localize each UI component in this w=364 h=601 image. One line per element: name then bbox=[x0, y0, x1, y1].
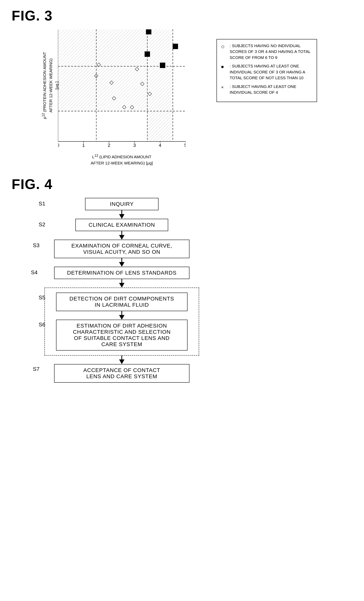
arrow-1 bbox=[35, 210, 209, 219]
s6-step: S6 ESTIMATION OF DIRT ADHESIONCHARACTERI… bbox=[50, 320, 193, 351]
s4-box: DETERMINATION OF LENS STANDARDS bbox=[54, 267, 190, 279]
fig4-title: FIG. 4 bbox=[12, 176, 352, 192]
s3-text: EXAMINATION OF CORNEAL CURVE,VISUAL ACUI… bbox=[71, 243, 172, 255]
arrowhead-4 bbox=[119, 283, 124, 288]
svg-text:3: 3 bbox=[133, 143, 136, 148]
legend-square-text: : SUBJECTS HAVING AT LEAST ONE INDIVIDUA… bbox=[230, 63, 312, 81]
arrow-full-6 bbox=[119, 356, 124, 364]
arrow-full-5 bbox=[119, 311, 124, 320]
svg-text:1: 1 bbox=[82, 143, 85, 148]
s2-label: S2 bbox=[39, 221, 45, 228]
shaft-2 bbox=[121, 231, 122, 235]
s6-label: S6 bbox=[39, 321, 45, 328]
shaft-1 bbox=[121, 210, 122, 214]
svg-rect-7 bbox=[147, 111, 173, 141]
s5-step: S5 DETECTION OF DIRT COMMPONENTSIN LACRI… bbox=[50, 293, 193, 311]
fig3-section: FIG. 3 p12 (PROTEIN ADHESION AMOUNTAFTER… bbox=[12, 8, 352, 161]
svg-text:◇: ◇ bbox=[140, 80, 144, 86]
arrow-full-4 bbox=[119, 279, 124, 288]
arrowhead-1 bbox=[119, 214, 124, 219]
y-axis-title: p12 (PROTEIN ADHESION AMOUNTAFTER 12-WEE… bbox=[42, 52, 59, 119]
legend-diamond-text: : SUBJECTS HAVING NO INDIVIDUAL SCORES O… bbox=[230, 43, 312, 60]
flowchart: S1 INQUIRY S2 CLINICAL EXAMINATION bbox=[35, 198, 209, 383]
s1-box: INQUIRY bbox=[85, 198, 159, 210]
s7-step: S7 ACCEPTANCE OF CONTACTLENS AND CARE SY… bbox=[44, 364, 199, 383]
s1-text: INQUIRY bbox=[110, 201, 134, 207]
fig3-container: p12 (PROTEIN ADHESION AMOUNTAFTER 12-WEE… bbox=[12, 28, 352, 161]
dashed-outer-box: S5 DETECTION OF DIRT COMMPONENTSIN LACRI… bbox=[44, 288, 199, 356]
svg-rect-4 bbox=[58, 66, 96, 111]
legend-box: ◇ : SUBJECTS HAVING NO INDIVIDUAL SCORES… bbox=[216, 39, 317, 102]
svg-rect-48 bbox=[160, 63, 165, 68]
s7-box: ACCEPTANCE OF CONTACTLENS AND CARE SYSTE… bbox=[54, 364, 190, 383]
arrow-shaft-1 bbox=[119, 210, 124, 219]
fig3-title: FIG. 3 bbox=[12, 8, 352, 24]
s2-box: CLINICAL EXAMINATION bbox=[75, 219, 168, 231]
s4-label: S4 bbox=[31, 269, 38, 276]
s5-text: DETECTION OF DIRT COMMPONENTSIN LACRIMAL… bbox=[69, 296, 174, 308]
svg-text:◇: ◇ bbox=[112, 95, 116, 101]
s2-step: S2 CLINICAL EXAMINATION bbox=[54, 219, 190, 231]
arrowhead-5 bbox=[119, 315, 124, 320]
s5-row: S5 DETECTION OF DIRT COMMPONENTSIN LACRI… bbox=[51, 293, 193, 311]
svg-rect-9 bbox=[147, 66, 173, 111]
svg-text:◇: ◇ bbox=[130, 104, 134, 110]
s3-step: S3 EXAMINATION OF CORNEAL CURVE,VISUAL A… bbox=[48, 240, 195, 258]
x-axis-title: L12 (LIPID ADHESION AMOUNTAFTER 12-WEEK … bbox=[58, 153, 186, 166]
s6-text: ESTIMATION OF DIRT ADHESIONCHARACTERISTI… bbox=[73, 323, 171, 347]
legend-item-cross: × : SUBJECT HAVING AT LEAST ONE INDIVIDU… bbox=[221, 84, 312, 95]
s2-text: CLINICAL EXAMINATION bbox=[89, 222, 155, 228]
arrow-4 bbox=[35, 279, 209, 288]
svg-rect-3 bbox=[58, 29, 96, 66]
arrow-6 bbox=[35, 356, 209, 364]
svg-text:5: 5 bbox=[184, 143, 186, 148]
svg-rect-46 bbox=[145, 51, 150, 57]
arrow-full-2 bbox=[119, 231, 124, 240]
s6-row: S6 ESTIMATION OF DIRT ADHESIONCHARACTERI… bbox=[51, 320, 193, 351]
square-symbol: ■ bbox=[221, 64, 228, 70]
s5-label: S5 bbox=[39, 294, 45, 301]
svg-text:◇: ◇ bbox=[122, 104, 126, 110]
arrowhead-2 bbox=[119, 235, 124, 240]
svg-rect-6 bbox=[96, 66, 147, 111]
fig4-section: FIG. 4 S1 INQUIRY S2 CLINICAL EXAMINA bbox=[12, 176, 352, 383]
s1-step: S1 INQUIRY bbox=[54, 198, 190, 210]
s2-row: S2 CLINICAL EXAMINATION bbox=[35, 219, 209, 231]
s3-row: S3 EXAMINATION OF CORNEAL CURVE,VISUAL A… bbox=[35, 240, 209, 258]
svg-text:◇: ◇ bbox=[109, 79, 114, 85]
diamond-symbol: ◇ bbox=[221, 43, 228, 50]
arrowhead-6 bbox=[119, 360, 124, 364]
svg-rect-47 bbox=[146, 29, 151, 34]
cross-symbol: × bbox=[221, 84, 228, 90]
svg-text:◇: ◇ bbox=[97, 61, 101, 67]
svg-text:◇: ◇ bbox=[148, 90, 152, 96]
s7-row: S7 ACCEPTANCE OF CONTACTLENS AND CARE SY… bbox=[35, 364, 209, 383]
svg-text:2: 2 bbox=[108, 143, 110, 148]
svg-text:4: 4 bbox=[159, 143, 161, 148]
s3-box: EXAMINATION OF CORNEAL CURVE,VISUAL ACUI… bbox=[54, 240, 190, 258]
s4-step: S4 DETERMINATION OF LENS STANDARDS bbox=[48, 267, 195, 279]
chart-svg: 10 8 6 4 2 0 0 1 2 3 4 bbox=[58, 29, 186, 151]
s6-box: ESTIMATION OF DIRT ADHESIONCHARACTERISTI… bbox=[56, 320, 188, 351]
shaft-5 bbox=[121, 311, 122, 315]
s3-label: S3 bbox=[33, 242, 40, 249]
svg-rect-49 bbox=[173, 44, 178, 49]
s7-label: S7 bbox=[33, 366, 40, 372]
s4-row: S4 DETERMINATION OF LENS STANDARDS bbox=[35, 267, 209, 279]
arrow-full-3 bbox=[119, 258, 124, 267]
svg-rect-8 bbox=[147, 29, 173, 66]
chart-area: p12 (PROTEIN ADHESION AMOUNTAFTER 12-WEE… bbox=[42, 29, 201, 161]
shaft-4 bbox=[121, 279, 122, 283]
s4-text: DETERMINATION OF LENS STANDARDS bbox=[67, 270, 177, 276]
s1-row: S1 INQUIRY bbox=[35, 198, 209, 210]
arrow-5 bbox=[51, 311, 193, 320]
s1-label: S1 bbox=[39, 200, 45, 207]
shaft-3 bbox=[121, 258, 122, 262]
arrowhead-3 bbox=[119, 262, 124, 267]
arrow-3 bbox=[35, 258, 209, 267]
arrow-2 bbox=[35, 231, 209, 240]
svg-rect-5 bbox=[96, 29, 147, 66]
svg-text:◇: ◇ bbox=[135, 66, 139, 72]
legend-cross-text: : SUBJECT HAVING AT LEAST ONE INDIVIDUAL… bbox=[230, 84, 312, 95]
legend-item-square: ■ : SUBJECTS HAVING AT LEAST ONE INDIVID… bbox=[221, 63, 312, 81]
